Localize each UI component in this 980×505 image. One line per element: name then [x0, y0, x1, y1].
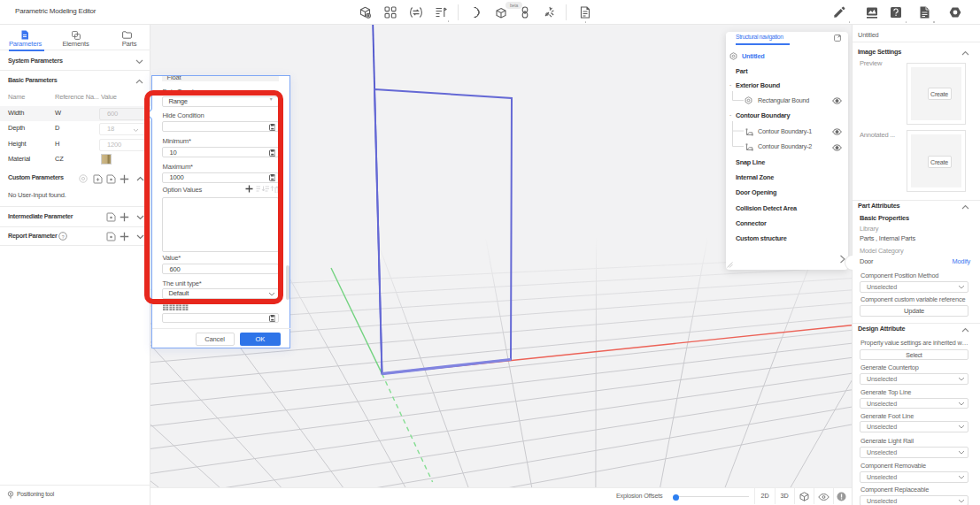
svg-text:?: ? [62, 234, 65, 240]
